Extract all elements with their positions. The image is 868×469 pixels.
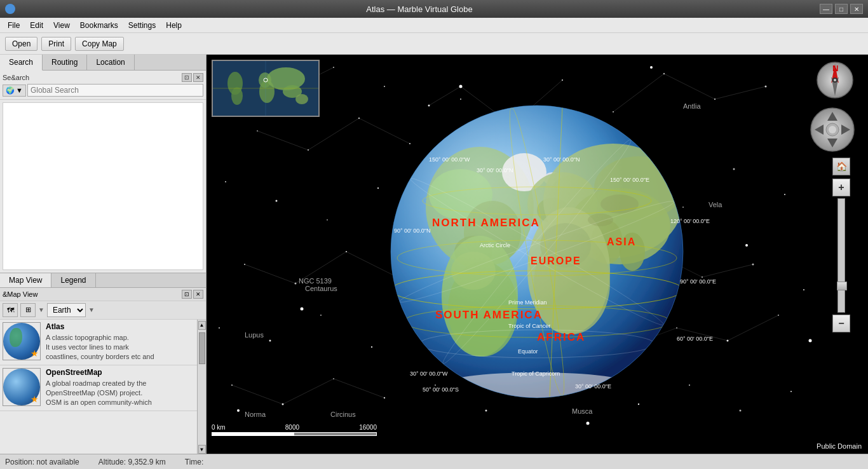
open-button[interactable]: Open — [5, 37, 37, 51]
tropic-capricorn-label: Tropic of Capricorn — [512, 370, 560, 377]
search-panel-close[interactable]: ✕ — [193, 73, 203, 82]
tab-location[interactable]: Location — [87, 55, 134, 70]
menu-help[interactable]: Help — [161, 20, 187, 31]
equator-label: Equator — [518, 348, 538, 355]
map-list-content: ★ Atlas A classic topographic map. It us… — [0, 320, 197, 454]
scale-label-8000: 8000 — [285, 424, 299, 431]
mapview-restore[interactable]: ⊡ — [182, 290, 192, 299]
grid-30e-label: 30° 00' 00.0"E — [575, 383, 611, 390]
svg-point-43 — [269, 340, 271, 342]
mini-map — [212, 60, 320, 117]
svg-point-62 — [638, 404, 639, 405]
grid-30w-label: 30° 00' 00.0"W — [410, 370, 448, 377]
svg-point-65 — [790, 391, 792, 392]
map-grid-icon[interactable]: ⊞ — [20, 303, 36, 317]
svg-point-134 — [231, 87, 243, 105]
osm-thumbnail: ★ — [3, 368, 41, 406]
centaurus-label2: Centaurus — [305, 285, 337, 292]
atlas-desc-line2: It uses vector lines to mark — [46, 343, 129, 351]
search-panel-header: Se&arch ⊡ ✕ — [3, 73, 203, 82]
atlas-thumbnail: ★ — [3, 322, 41, 360]
tab-routing[interactable]: Routing — [43, 55, 87, 70]
mapview-panel: &Map View ⊡ ✕ 🗺 ⊞ ▼ Earth Mars Moon ▼ — [0, 288, 206, 454]
scroll-up-button[interactable]: ▲ — [198, 321, 206, 330]
svg-point-59 — [485, 410, 487, 412]
menu-bar: File Edit View Bookmarks Settings Help — [0, 18, 868, 33]
position-status: Position: not available — [5, 458, 79, 466]
window-title: Atlas — Marble Virtual Globe — [19, 4, 820, 14]
nav-compass[interactable]: N — [816, 61, 854, 99]
scroll-down-button[interactable]: ▼ — [198, 445, 206, 454]
svg-point-21 — [377, 187, 379, 189]
centaurus-label: NGC 5139 — [299, 277, 332, 285]
app-icon — [5, 4, 15, 14]
svg-point-148 — [834, 79, 836, 81]
close-button[interactable]: ✕ — [850, 4, 863, 14]
svg-point-64 — [740, 410, 742, 412]
grid-30n1-label: 30° 00' 00.0"N — [477, 167, 513, 173]
print-button[interactable]: Print — [41, 37, 71, 51]
tropic-cancer-label: Tropic of Cancer — [508, 323, 550, 329]
zoom-out-button[interactable]: − — [832, 315, 850, 332]
maplist-scrollbar[interactable]: ▲ ▼ — [197, 320, 206, 454]
grid-90e-label: 90° 00' 00.0"E — [680, 278, 716, 285]
svg-point-4 — [384, 86, 385, 87]
copy-map-button[interactable]: Copy Map — [75, 37, 124, 51]
zoom-slider-thumb[interactable] — [837, 282, 847, 290]
sidebar: Search Routing Location Se&arch ⊡ ✕ 🌍 ▼ — [0, 55, 207, 454]
minimize-button[interactable]: — — [820, 4, 832, 14]
map-viewport[interactable]: Antlia Vela NGC 5139 Centaurus Lupus Nor… — [207, 55, 868, 454]
menu-bookmarks[interactable]: Bookmarks — [75, 20, 123, 31]
svg-point-18 — [225, 181, 226, 182]
planet-selector[interactable]: Earth Mars Moon — [47, 303, 86, 317]
menu-view[interactable]: View — [48, 20, 75, 31]
atlas-desc: A classic topographic map. It uses vecto… — [46, 333, 194, 362]
zoom-slider-track[interactable] — [837, 198, 845, 313]
grid-150e-label: 150° 00' 00.0"E — [610, 177, 649, 183]
menu-settings[interactable]: Settings — [123, 20, 161, 31]
grid-150w-label: 150° 00' 00.0"W — [429, 156, 470, 163]
map-item-atlas[interactable]: ★ Atlas A classic topographic map. It us… — [0, 320, 197, 365]
maximize-button[interactable]: □ — [835, 4, 848, 14]
tab-legend[interactable]: Legend — [51, 273, 95, 287]
scroll-thumb[interactable] — [199, 332, 205, 364]
map-item-osm[interactable]: ★ OpenStreetMap A global roadmap created… — [0, 365, 197, 411]
tab-search[interactable]: Search — [0, 55, 43, 71]
osm-desc-line3: OSM is an open community-which — [46, 398, 152, 406]
svg-point-27 — [682, 207, 684, 208]
search-type-icon: 🌍 — [6, 86, 15, 95]
svg-point-155 — [829, 126, 836, 133]
scale-labels: 0 km 8000 16000 — [212, 424, 377, 431]
home-button[interactable]: 🏠 — [832, 158, 850, 175]
zoom-in-button[interactable]: + — [832, 179, 850, 196]
svg-point-71 — [237, 409, 240, 412]
grid-90n-label: 90° 00' 00.0"N — [394, 228, 431, 234]
mapview-title: &Map View — [3, 290, 37, 298]
svg-point-20 — [327, 219, 328, 221]
search-results — [3, 102, 203, 270]
toolbar: Open Print Copy Map — [0, 33, 868, 55]
antlia-label: Antlia — [683, 102, 701, 110]
attribution: Public Domain — [817, 442, 862, 450]
vela-label: Vela — [709, 201, 722, 208]
grid-dropdown-arrow[interactable]: ▼ — [38, 306, 44, 313]
search-input[interactable] — [27, 84, 203, 97]
svg-point-58 — [435, 384, 436, 386]
search-type-dropdown[interactable]: 🌍 ▼ — [3, 85, 26, 97]
mapview-header: &Map View ⊡ ✕ — [0, 288, 206, 301]
grid-30n2-label: 30° 00' 00.0"N — [543, 156, 580, 163]
bottom-tabs: Map View Legend — [0, 273, 206, 288]
mapview-close[interactable]: ✕ — [193, 290, 203, 299]
compass-svg: N — [816, 61, 854, 99]
menu-edit[interactable]: Edit — [25, 20, 48, 31]
search-panel-restore[interactable]: ⊡ — [182, 73, 192, 82]
nav-arrows[interactable] — [810, 107, 855, 153]
sidebar-scroll: ★ Atlas A classic topographic map. It us… — [0, 320, 206, 454]
map-theme-icon[interactable]: 🗺 — [3, 303, 18, 317]
window-controls: — □ ✕ — [820, 4, 863, 14]
search-type-arrow: ▼ — [16, 86, 23, 94]
tab-map-view[interactable]: Map View — [0, 273, 51, 287]
atlas-info: Atlas A classic topographic map. It uses… — [46, 322, 194, 362]
menu-file[interactable]: File — [3, 20, 25, 31]
prime-meridian-label: Prime Meridian — [508, 299, 547, 306]
